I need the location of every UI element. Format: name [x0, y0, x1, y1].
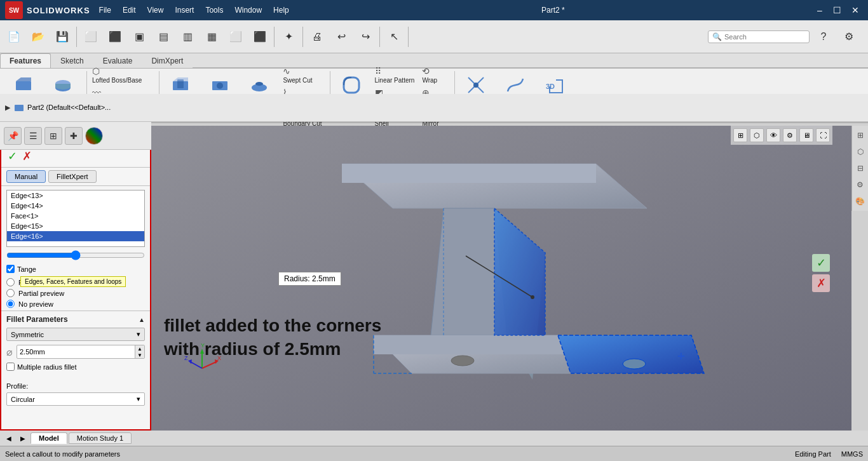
- plus-button[interactable]: ✚: [65, 127, 83, 145]
- accept-button[interactable]: ✓: [812, 254, 830, 272]
- menu-view[interactable]: View: [142, 3, 169, 17]
- lofted-boss-base-button[interactable]: ⬡ Lofted Boss/Base: [90, 65, 154, 85]
- color-button[interactable]: [85, 127, 103, 145]
- multiple-radius-checkbox[interactable]: [6, 363, 15, 371]
- radius-input[interactable]: [17, 347, 135, 357]
- settings-icon[interactable]: ⚙: [837, 25, 860, 48]
- view-settings-button[interactable]: ⚙: [783, 128, 797, 142]
- edge-item-14[interactable]: Edge<14>: [7, 201, 144, 211]
- minimize-button[interactable]: –: [812, 4, 827, 17]
- select-button[interactable]: ↖: [383, 25, 405, 48]
- display-style-icon[interactable]: ⬡: [853, 145, 867, 159]
- menu-tools[interactable]: Tools: [200, 3, 228, 17]
- svg-point-11: [255, 82, 263, 86]
- units-display: MMGS: [841, 450, 863, 458]
- radius-spinner[interactable]: ▲ ▼: [135, 345, 144, 358]
- grid-button[interactable]: ⊞: [44, 127, 62, 145]
- full-preview-radio[interactable]: [6, 278, 15, 286]
- print-button[interactable]: 🖨: [306, 25, 329, 48]
- tab-model[interactable]: Model: [31, 432, 67, 444]
- view-cube-8[interactable]: ⬛: [248, 25, 271, 48]
- expand-button[interactable]: ⛶: [816, 128, 830, 142]
- lofted-boss-icon: ⬡: [92, 66, 100, 76]
- view-cube-2[interactable]: ⬛: [104, 25, 126, 48]
- reject-button[interactable]: ✗: [812, 274, 830, 292]
- search-input[interactable]: [724, 33, 801, 41]
- svg-marker-7: [173, 77, 188, 81]
- menu-file[interactable]: File: [94, 3, 116, 17]
- new-button[interactable]: 📄: [3, 25, 25, 48]
- titlebar: SW SOLIDWORKS File Edit View Insert Tool…: [0, 0, 868, 20]
- open-button[interactable]: 📂: [27, 25, 50, 48]
- svg-marker-20: [342, 164, 596, 183]
- radius-spin-down[interactable]: ▼: [135, 352, 144, 358]
- edge-item-face1[interactable]: Face<1>: [7, 211, 144, 221]
- maximize-button[interactable]: ☐: [830, 4, 845, 17]
- display-style-button[interactable]: ⬡: [750, 128, 764, 142]
- view-orient-icon[interactable]: ⊞: [853, 128, 867, 142]
- view-cube-4[interactable]: ▤: [152, 25, 175, 48]
- fillet-cancel-button[interactable]: ✗: [22, 149, 32, 163]
- menu-window[interactable]: Window: [229, 3, 267, 17]
- menu-bar[interactable]: File Edit View Insert Tools Window Help: [94, 3, 294, 17]
- linear-pattern-icon: ⠿: [375, 66, 381, 76]
- brand-name: SOLIDWORKS: [27, 6, 90, 15]
- view-cube-6[interactable]: ▦: [200, 25, 223, 48]
- tab-nav-prev[interactable]: ◀: [3, 432, 15, 444]
- tab-sketch[interactable]: Sketch: [51, 53, 93, 68]
- svg-marker-24: [374, 335, 564, 354]
- radius-spin-up[interactable]: ▲: [135, 345, 144, 352]
- swept-cut-button[interactable]: ∿ Swept Cut: [280, 65, 324, 85]
- wrap-icon: ⟲: [422, 66, 430, 76]
- tangent-checkbox[interactable]: [6, 265, 15, 273]
- linear-pattern-button[interactable]: ⠿ Linear Pattern: [372, 65, 417, 85]
- redo-button[interactable]: ↪: [354, 25, 377, 48]
- tab-manual[interactable]: Manual: [6, 170, 46, 183]
- view-cube-5[interactable]: ▥: [176, 25, 199, 48]
- symmetric-dropdown[interactable]: Symmetric ▾: [6, 328, 145, 341]
- tab-nav-next[interactable]: ▶: [17, 432, 29, 444]
- no-preview-radio[interactable]: [6, 300, 15, 308]
- wrap-button[interactable]: ⟲ Wrap: [419, 65, 449, 85]
- view-cube-1[interactable]: ⬜: [79, 25, 102, 48]
- monitor-button[interactable]: 🖥: [799, 128, 813, 142]
- view-orient-button[interactable]: ⊞: [733, 128, 747, 142]
- window-controls[interactable]: – ☐ ✕: [812, 4, 863, 17]
- tab-motion-study[interactable]: Motion Study 1: [69, 432, 132, 444]
- radius-callout[interactable]: Radius: 2.5mm: [278, 272, 341, 286]
- partial-preview-radio[interactable]: [6, 289, 15, 297]
- view-setting-icon[interactable]: ⚙: [853, 178, 867, 192]
- edge-item-16[interactable]: Edge<16>: [7, 231, 144, 241]
- edge-item-15[interactable]: Edge<15>: [7, 221, 144, 231]
- section-view-icon[interactable]: ⊟: [853, 161, 867, 175]
- collapse-arrow[interactable]: ▲: [139, 316, 145, 323]
- save-button[interactable]: 💾: [51, 25, 74, 48]
- fillet-ok-button[interactable]: ✓: [8, 149, 17, 163]
- edge-list[interactable]: Edge<13> Edge<14> Face<1> Edge<15> Edge<…: [6, 190, 145, 247]
- menu-help[interactable]: Help: [268, 3, 294, 17]
- tree-path: Part2 (Default<<Default>...: [14, 103, 111, 113]
- pin-button[interactable]: 📌: [4, 127, 22, 145]
- wand-button[interactable]: ✦: [277, 25, 300, 48]
- menu-edit[interactable]: Edit: [118, 3, 141, 17]
- tab-filletxpert[interactable]: FilletXpert: [48, 170, 97, 183]
- undo-button[interactable]: ↩: [330, 25, 353, 48]
- svg-line-41: [191, 362, 202, 368]
- profile-value: Circular: [11, 396, 35, 403]
- tab-features[interactable]: Features: [0, 53, 51, 68]
- list-button[interactable]: ☰: [24, 127, 42, 145]
- svg-point-28: [531, 295, 534, 299]
- view-cube-7[interactable]: ⬜: [224, 25, 247, 48]
- view-cube-3[interactable]: ▣: [128, 25, 151, 48]
- svg-text:Z: Z: [184, 355, 188, 361]
- profile-dropdown[interactable]: Circular ▾: [6, 392, 145, 406]
- edge-item-13[interactable]: Edge<13>: [7, 190, 144, 201]
- edge-slider[interactable]: [6, 253, 145, 258]
- help-icon[interactable]: ?: [812, 25, 835, 48]
- menu-insert[interactable]: Insert: [170, 3, 199, 17]
- appearance-icon[interactable]: 🎨: [853, 194, 867, 208]
- tree-arrow[interactable]: ▶: [5, 104, 10, 112]
- lofted-boss-label: Lofted Boss/Base: [92, 77, 142, 84]
- close-button[interactable]: ✕: [848, 4, 863, 17]
- hide-show-button[interactable]: 👁: [766, 128, 780, 142]
